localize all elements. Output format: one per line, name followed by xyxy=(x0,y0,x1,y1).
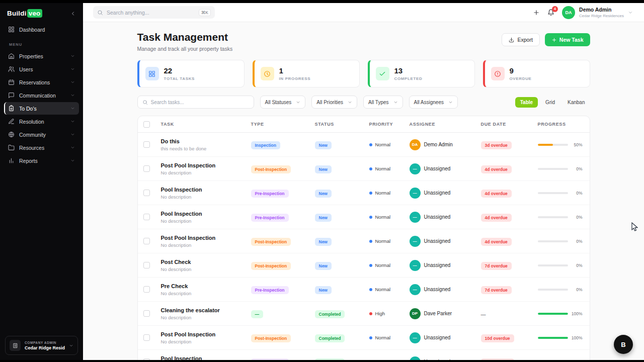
priority-cell: Normal xyxy=(369,190,410,196)
priority-dot xyxy=(369,240,372,243)
user-info: Demo Admin Cedar Ridge Residences xyxy=(579,7,624,18)
filter-all-priorities[interactable]: All Priorities xyxy=(311,96,357,109)
progress-track xyxy=(538,216,568,218)
filter-select-value: All Types xyxy=(368,100,388,105)
page-actions: Export New Task xyxy=(502,33,590,46)
assignee-name: Unassigned xyxy=(424,190,451,196)
view-toggle-grid[interactable]: Grid xyxy=(540,97,560,108)
stat-label: OVERDUE xyxy=(510,76,532,81)
task-search[interactable] xyxy=(137,96,254,109)
sidebar-item-label: Resources xyxy=(19,145,66,151)
task-title: Do this xyxy=(161,138,251,144)
table-row[interactable]: Pool Inspection No description Pre-Inspe… xyxy=(138,181,590,205)
sidebar-item-resolution[interactable]: Resolution xyxy=(4,115,79,128)
status-badge: Completed xyxy=(315,310,345,318)
sidebar-item-properties[interactable]: Properties xyxy=(4,50,79,62)
sidebar-item-label: Communication xyxy=(19,93,66,99)
progress-percent: 100% xyxy=(572,335,583,340)
global-search[interactable]: ⌘K xyxy=(93,6,215,19)
table-row[interactable]: Do this this needs to be done Inspection… xyxy=(138,133,590,157)
assignee-cell: — Unassigned xyxy=(410,236,481,247)
stat-value: 1 xyxy=(279,66,311,75)
sidebar-item-label: Community xyxy=(19,132,66,138)
stat-label: IN PROGRESS xyxy=(279,76,311,81)
row-checkbox[interactable] xyxy=(143,334,150,341)
row-checkbox[interactable] xyxy=(143,165,150,172)
type-badge: Pre-Inspection xyxy=(251,190,289,198)
assignee-cell: — Unassigned xyxy=(410,260,481,271)
view-toggle-kanban[interactable]: Kanban xyxy=(562,97,590,108)
sidebar-item-label: Dashboard xyxy=(19,27,75,33)
sidebar-item-resources[interactable]: Resources xyxy=(4,141,79,154)
task-search-input[interactable] xyxy=(151,100,249,105)
table-body: Do this this needs to be done Inspection… xyxy=(138,133,590,360)
task-title: Pool Inspection xyxy=(161,211,251,217)
progress-bar xyxy=(538,313,568,315)
sidebar-company-switcher[interactable]: COMPANY ADMIN Cedar Ridge Reside... xyxy=(5,336,78,355)
chevron-down-icon xyxy=(69,343,73,348)
assignee-name: Unassigned xyxy=(424,287,451,292)
sidebar-item-to-do-s[interactable]: To Do's xyxy=(4,102,79,115)
sidebar: Buildiveo Dashboard MENU Properties User… xyxy=(0,3,83,360)
table-row[interactable]: Pool Inspection No description Pre-Inspe… xyxy=(138,205,590,229)
table-row[interactable]: Post Pool Inspection No description Post… xyxy=(138,229,590,253)
assignee-name: Unassigned xyxy=(424,262,451,268)
table-row[interactable]: Post Pool Inspection No description Post… xyxy=(138,157,590,181)
task-title: Post Pool Inspection xyxy=(161,331,251,337)
table-row[interactable]: Cleaning the escalator No description — … xyxy=(138,302,590,326)
due-date-badge: 4d overdue xyxy=(481,238,512,246)
progress-track xyxy=(538,264,568,266)
app-root: Buildiveo Dashboard MENU Properties User… xyxy=(0,3,644,360)
select-all-checkbox[interactable] xyxy=(143,121,150,128)
notifications-button[interactable]: 4 xyxy=(547,9,554,16)
chevron-down-icon xyxy=(296,100,300,105)
type-badge: Inspection xyxy=(251,141,281,149)
row-checkbox[interactable] xyxy=(143,190,150,196)
type-badge: Pre-Inspection xyxy=(251,214,289,222)
progress-cell: 100% xyxy=(538,311,590,316)
export-button[interactable]: Export xyxy=(502,33,539,46)
filter-all-assignees[interactable]: All Assignees xyxy=(409,96,458,109)
progress-track xyxy=(538,168,568,170)
row-checkbox[interactable] xyxy=(143,310,150,317)
user-menu[interactable]: DA Demo Admin Cedar Ridge Residences xyxy=(562,6,633,19)
alert-icon xyxy=(491,67,505,80)
table-row[interactable]: Post Pool Inspection No description Post… xyxy=(138,326,590,350)
row-checkbox[interactable] xyxy=(143,358,150,360)
help-fab[interactable]: B xyxy=(614,335,633,354)
stat-label: COMPLETED xyxy=(394,76,423,81)
new-task-button[interactable]: New Task xyxy=(545,33,590,46)
column-header-priority: PRIORITY xyxy=(369,122,410,127)
home-icon xyxy=(8,53,15,59)
due-date-badge: 4d overdue xyxy=(481,165,512,173)
global-search-input[interactable] xyxy=(107,10,195,16)
sidebar-item-community[interactable]: Community xyxy=(4,128,79,141)
sidebar-collapse-icon[interactable] xyxy=(70,11,76,17)
table-row[interactable]: Post Check No description Post-Inspectio… xyxy=(138,253,590,278)
sidebar-item-users[interactable]: Users xyxy=(4,63,79,75)
row-checkbox[interactable] xyxy=(143,141,150,148)
row-checkbox[interactable] xyxy=(143,214,150,220)
table-row[interactable]: Pool Inspection No description Pre-Inspe… xyxy=(138,350,590,360)
sidebar-item-dashboard[interactable]: Dashboard xyxy=(4,23,79,36)
logo-text: Buildi xyxy=(7,10,27,17)
sidebar-item-communication[interactable]: Communication xyxy=(4,89,79,102)
sidebar-item-reports[interactable]: Reports xyxy=(4,154,79,167)
row-checkbox[interactable] xyxy=(143,238,150,244)
task-cell: Post Pool Inspection No description xyxy=(161,162,251,175)
progress-percent: 0% xyxy=(576,359,582,360)
row-checkbox[interactable] xyxy=(143,262,150,268)
stat-value: 13 xyxy=(394,66,423,75)
table-row[interactable]: Pre Check No description Pre-Inspection … xyxy=(138,278,590,302)
stat-value: 22 xyxy=(164,66,195,75)
assignee-cell: — Unassigned xyxy=(410,356,481,360)
quick-add-button[interactable] xyxy=(533,9,540,16)
assignee-avatar: — xyxy=(410,236,421,247)
row-checkbox[interactable] xyxy=(143,286,150,293)
sidebar-item-label: Properties xyxy=(19,53,66,59)
filter-all-statuses[interactable]: All Statuses xyxy=(260,96,306,109)
assignee-name: Demo Admin xyxy=(424,142,453,147)
filter-all-types[interactable]: All Types xyxy=(363,96,403,109)
view-toggle-table[interactable]: Table xyxy=(515,97,538,108)
sidebar-item-reservations[interactable]: Reservations xyxy=(4,76,79,88)
